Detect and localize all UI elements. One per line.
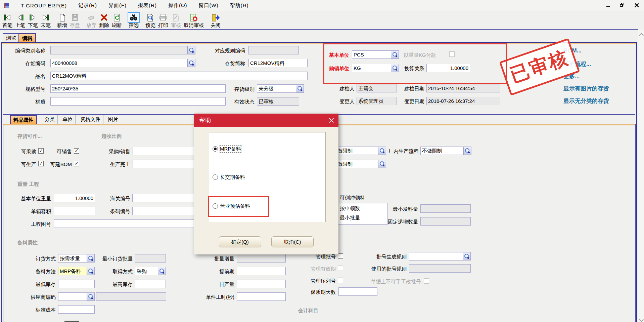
ok-button[interactable]: 确定(Q) <box>219 236 261 247</box>
link-show-with-picture[interactable]: 显示有图片的存货 <box>563 85 609 92</box>
purchasable-checkbox[interactable] <box>38 148 44 154</box>
menu-record[interactable]: 记录(R) <box>78 2 97 9</box>
item-short-field[interactable]: CR12MOV精料 <box>248 59 308 67</box>
close-window-button[interactable]: 关闭 <box>209 13 222 28</box>
menu-operation[interactable]: 操作(O) <box>168 2 187 9</box>
supplier-code-field[interactable] <box>58 292 95 301</box>
trade-unit-field[interactable]: KG <box>352 64 399 72</box>
manage-serial-checkbox[interactable] <box>338 278 343 283</box>
option-long-lead-radio[interactable] <box>213 174 218 180</box>
menu-help[interactable]: 帮助(H) <box>230 2 249 9</box>
batch-rule-field[interactable] <box>409 252 471 260</box>
option-long-lead-label[interactable]: 长交期备料 <box>220 174 245 180</box>
minimize-icon[interactable] <box>606 3 611 7</box>
magnifier-lookup-icon[interactable] <box>378 147 386 155</box>
dialog-close-icon[interactable] <box>328 117 334 123</box>
cancel-button[interactable]: 取消(C) <box>271 236 314 247</box>
daily-output-field[interactable] <box>237 280 286 288</box>
audit-button[interactable]: 审核 <box>170 13 182 28</box>
unit-seconds-field[interactable] <box>237 292 286 301</box>
next-record-button[interactable]: 下笔 <box>27 13 39 28</box>
menu-window[interactable]: 窗口(W) <box>199 2 219 9</box>
preview-button[interactable]: 预览 <box>144 13 156 28</box>
limit-field-2[interactable]: 不做限制 <box>331 160 386 168</box>
max-stock-field[interactable] <box>135 280 166 288</box>
barcode-field[interactable] <box>132 207 200 215</box>
tab-unit[interactable]: 单位 <box>60 115 76 124</box>
restore-icon[interactable] <box>620 3 625 7</box>
cancel-audit-button[interactable]: 取消审核 <box>183 13 205 28</box>
limit-field-1[interactable]: 不做限制 <box>331 147 386 155</box>
menu-tgroup-erp[interactable]: T-GROUP ERP(E) <box>21 3 67 8</box>
link-show-uncategorized[interactable]: 显示无分类的存货 <box>563 97 609 105</box>
tab-picture[interactable]: 图片 <box>105 115 121 124</box>
spec-field[interactable]: 250*240*35 <box>50 84 226 93</box>
production-done-ratio-field[interactable] <box>133 160 200 168</box>
box-volume-field[interactable] <box>54 207 95 215</box>
magnifier-lookup-icon[interactable] <box>87 293 94 300</box>
tab-edit[interactable]: 编辑 <box>18 33 36 42</box>
acquire-mode-field[interactable]: 采购 <box>135 267 166 275</box>
print-button[interactable]: 打印 <box>157 13 169 28</box>
base-weight-field[interactable]: 1.00000 <box>54 194 95 202</box>
manage-batch-checkbox[interactable] <box>338 253 343 259</box>
prep-method-field[interactable]: MRP备料 <box>58 267 95 275</box>
option-mrp-label[interactable]: MRP备料 <box>220 146 241 152</box>
prev-record-button[interactable]: 上笔 <box>14 13 26 28</box>
tab-item-attributes[interactable]: 料品属性 <box>10 115 37 124</box>
filter-button[interactable]: 筛选 <box>127 13 140 28</box>
menu-interface[interactable]: 界面(F) <box>108 2 127 9</box>
option-mrp-radio[interactable] <box>213 146 218 152</box>
magnifier-lookup-icon[interactable] <box>87 267 94 275</box>
tab-qualification[interactable]: 资格文件 <box>78 115 103 124</box>
product-name-field[interactable]: CR12MOV精料 <box>50 72 308 80</box>
first-record-button[interactable]: 首笔 <box>1 13 13 28</box>
magnifier-lookup-icon[interactable] <box>296 85 304 92</box>
order-mode-field[interactable]: 按需求量 <box>58 254 95 263</box>
pay-by-weight-checkbox[interactable] <box>449 51 455 57</box>
magnifier-lookup-icon[interactable] <box>463 252 470 260</box>
lead-time-field[interactable] <box>237 267 286 275</box>
magnifier-lookup-icon[interactable] <box>187 59 195 67</box>
magnifier-lookup-icon[interactable] <box>378 160 386 168</box>
purchase-sale-ratio-field[interactable] <box>133 147 200 155</box>
magnifier-lookup-icon[interactable] <box>391 64 399 72</box>
discard-button[interactable]: 放弃 <box>85 13 97 28</box>
customs-code-field[interactable] <box>132 194 200 202</box>
magnifier-lookup-icon[interactable] <box>158 267 166 275</box>
save-button[interactable]: 存盘 <box>69 13 81 28</box>
tab-category[interactable]: 分类 <box>42 115 58 124</box>
scroll-up-icon[interactable] <box>639 33 644 38</box>
delete-button[interactable]: 删除 <box>98 13 110 28</box>
manage-validity-checkbox[interactable] <box>338 266 343 271</box>
item-code-field[interactable]: 400400008 <box>50 59 195 67</box>
base-unit-field[interactable]: PCS <box>352 50 399 59</box>
material-field[interactable] <box>50 97 226 106</box>
magnifier-lookup-icon[interactable] <box>391 51 399 58</box>
rule-code-field[interactable] <box>248 46 299 54</box>
sellable-checkbox[interactable] <box>74 148 79 154</box>
drawing-number-field[interactable] <box>54 219 200 228</box>
new-button[interactable]: 新增 <box>56 13 68 28</box>
producible-checkbox[interactable] <box>38 161 44 166</box>
tab-browse[interactable]: 浏览 <box>3 33 19 42</box>
magnifier-lookup-icon[interactable] <box>463 147 471 155</box>
std-cost-field[interactable] <box>58 305 95 314</box>
last-record-button[interactable]: 末笔 <box>40 13 52 28</box>
vertical-scrollbar[interactable] <box>638 30 644 322</box>
scroll-down-icon[interactable] <box>639 317 644 322</box>
menu-report[interactable]: 报表(R) <box>138 2 157 9</box>
factory-flow-field[interactable]: 不做限制 <box>420 147 471 155</box>
magnifier-lookup-icon[interactable] <box>187 46 195 54</box>
close-icon[interactable] <box>634 3 639 7</box>
shelf-days-field[interactable] <box>338 287 377 296</box>
dialog-titlebar[interactable]: 帮助 <box>194 114 338 127</box>
code-category-field[interactable] <box>50 46 195 54</box>
option-sales-forecast-radio[interactable] <box>213 203 218 209</box>
no-manual-batch-checkbox[interactable] <box>424 278 429 284</box>
can-build-bom-checkbox[interactable] <box>74 161 79 166</box>
min-stock-field[interactable] <box>58 280 95 288</box>
level-field[interactable]: 未分级 <box>257 84 304 93</box>
conversion-field[interactable]: 1.00000 <box>426 64 470 72</box>
magnifier-lookup-icon[interactable] <box>87 254 94 262</box>
